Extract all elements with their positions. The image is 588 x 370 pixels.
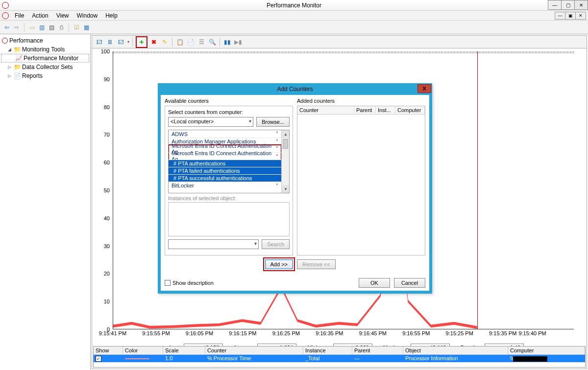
expand-icon[interactable]: ◢ <box>8 47 12 52</box>
scroll-down-icon[interactable]: ▼ <box>282 185 290 193</box>
show-description-checkbox[interactable] <box>165 280 171 286</box>
x-tick: 9:16:05 PM <box>186 330 213 338</box>
freeze-display-icon[interactable]: ▮▮ <box>223 38 232 46</box>
window-title: Performance Monitor <box>267 2 321 9</box>
mdi-close-button[interactable]: ✕ <box>575 12 586 20</box>
counter-item[interactable]: Microsoft Entra ID Connect Authenticatio… <box>169 152 281 160</box>
y-axis: 1009080706050403020100 <box>92 51 112 329</box>
view-log-data-icon[interactable]: 🗎 <box>106 38 115 46</box>
hdr-computer[interactable]: Computer <box>395 106 425 114</box>
app-icon <box>2 2 9 9</box>
menu-action[interactable]: Action <box>28 11 52 20</box>
view-graph-type-icon[interactable]: 🗠 <box>117 38 125 46</box>
search-button[interactable]: Search <box>262 239 290 249</box>
dialog-title-bar[interactable]: Add Counters X <box>158 83 432 95</box>
update-data-icon[interactable]: ▶▮ <box>234 38 243 46</box>
graph-toolbar: 🗠 🗎 🗠 ▾ ＋ ✖ ✎ 📋 📄 ☰ 🔍 ▮▮ ▶▮ <box>92 36 587 48</box>
scrollbar-thumb[interactable] <box>283 139 288 149</box>
col-counter[interactable]: Counter <box>205 347 303 355</box>
legend-row[interactable]: ✓ 1.0 % Processor Time _Total --- Proces… <box>94 355 585 362</box>
chevron-down-icon[interactable]: ˅ <box>276 131 278 137</box>
counter-item[interactable]: ADWS˅ <box>169 130 281 138</box>
add-button-highlight: Add >> <box>265 259 293 269</box>
back-icon[interactable]: ⇦ <box>3 23 11 31</box>
col-object[interactable]: Object <box>403 347 508 355</box>
chevron-up-icon[interactable]: ˄ <box>276 154 278 159</box>
scrollbar[interactable]: ▲ ▼ <box>281 130 289 193</box>
x-tick: 9:15:25 PM <box>446 330 473 338</box>
x-tick: 9:15:35 PM <box>489 330 516 338</box>
properties-icon[interactable]: ☰ <box>197 38 206 46</box>
hdr-counter[interactable]: Counter <box>297 106 354 114</box>
menu-bar: File Action View Window Help — ▣ ✕ <box>0 11 588 21</box>
x-tick: 9:15:41 PM <box>99 330 126 338</box>
cancel-button[interactable]: Cancel <box>394 278 425 288</box>
tree-item-reports[interactable]: ▷ 📄 Reports <box>1 71 89 80</box>
col-scale[interactable]: Scale <box>163 347 205 355</box>
col-show[interactable]: Show <box>94 347 123 355</box>
counter-list[interactable]: ADWS˅ Authorization Manager Applications… <box>168 130 290 193</box>
expand-icon[interactable]: ▷ <box>8 65 12 69</box>
scroll-up-icon[interactable]: ▲ <box>282 130 290 138</box>
close-button[interactable]: ✕ <box>574 0 588 10</box>
x-axis: 9:15:41 PM 9:15:55 PM 9:16:05 PM 9:16:15… <box>113 330 574 338</box>
col-instance[interactable]: Instance <box>303 347 352 355</box>
tree-item-monitoring-tools[interactable]: ◢ 📁 Monitoring Tools <box>1 45 89 54</box>
hdr-instance[interactable]: Inst... <box>376 106 395 114</box>
redacted-block <box>513 356 547 362</box>
instances-label: Instances of selected object: <box>168 195 290 201</box>
menu-view[interactable]: View <box>52 11 73 20</box>
show-checkbox[interactable]: ✓ <box>96 356 101 362</box>
x-tick: 9:15:55 PM <box>142 330 170 338</box>
cell-object: Processor Information <box>403 355 508 362</box>
ok-button[interactable]: OK <box>359 278 390 288</box>
mdi-minimize-button[interactable]: — <box>555 12 565 20</box>
tree-item-label: Reports <box>22 72 43 79</box>
highlight-icon[interactable]: ✎ <box>160 38 169 46</box>
mdi-restore-button[interactable]: ▣ <box>565 12 576 20</box>
add-counter-icon[interactable]: ＋ <box>137 38 146 46</box>
properties-icon[interactable]: ☑ <box>73 23 80 31</box>
maximize-button[interactable]: ▢ <box>561 0 575 10</box>
added-counters-list[interactable]: Counter Parent Inst... Computer <box>297 106 425 255</box>
export-list-icon[interactable]: ▤ <box>48 23 55 31</box>
menu-file[interactable]: File <box>11 11 28 20</box>
new-window-icon[interactable]: ▥ <box>38 23 46 31</box>
tree-item-label: Data Collector Sets <box>22 64 73 70</box>
remove-button[interactable]: Remove << <box>297 259 336 269</box>
show-hide-console-tree-icon[interactable]: ▭ <box>28 23 36 31</box>
main-toolbar: ⇦ ⇨ ▭ ▥ ▤ ⎙ ☑ ▦ <box>0 21 588 34</box>
counter-item[interactable]: BitLocker˅ <box>169 182 281 189</box>
counter-item[interactable]: # PTA authentications <box>169 160 281 167</box>
calendar-icon[interactable]: ▦ <box>82 23 90 31</box>
counter-item[interactable]: # PTA failed authentications <box>169 167 281 174</box>
col-color[interactable]: Color <box>123 347 163 355</box>
menu-window[interactable]: Window <box>73 11 102 20</box>
delete-counter-icon[interactable]: ✖ <box>149 38 158 46</box>
col-computer[interactable]: Computer <box>508 347 585 355</box>
copy-properties-icon[interactable]: 📋 <box>175 38 184 46</box>
computer-dropdown[interactable]: <Local computer> <box>168 117 253 127</box>
counter-item[interactable]: # PTA successful authentications <box>169 174 281 182</box>
print-icon[interactable]: ⎙ <box>57 23 65 31</box>
chevron-down-icon[interactable]: ˅ <box>276 183 278 188</box>
expand-icon[interactable]: ▷ <box>8 73 12 78</box>
dialog-close-button[interactable]: X <box>417 84 431 93</box>
show-description-label: Show description <box>172 280 214 286</box>
hdr-parent[interactable]: Parent <box>354 106 376 114</box>
instances-list[interactable] <box>168 202 290 236</box>
tree-item-data-collector-sets[interactable]: ▷ 📁 Data Collector Sets <box>1 63 89 71</box>
col-parent[interactable]: Parent <box>352 347 403 355</box>
menu-help[interactable]: Help <box>101 11 122 20</box>
instance-search-dropdown[interactable] <box>168 239 259 249</box>
paste-counter-list-icon[interactable]: 📄 <box>186 38 195 46</box>
view-current-activity-icon[interactable]: 🗠 <box>95 38 104 46</box>
minimize-button[interactable]: — <box>548 0 562 10</box>
add-button[interactable]: Add >> <box>265 259 293 269</box>
tree-root[interactable]: Performance <box>1 36 89 45</box>
forward-icon[interactable]: ⇨ <box>13 23 21 31</box>
zoom-icon[interactable]: 🔍 <box>208 38 217 46</box>
browse-button[interactable]: Browse... <box>256 117 290 127</box>
time-cursor[interactable] <box>477 51 478 329</box>
tree-item-performance-monitor[interactable]: 📈 Performance Monitor <box>1 54 89 63</box>
